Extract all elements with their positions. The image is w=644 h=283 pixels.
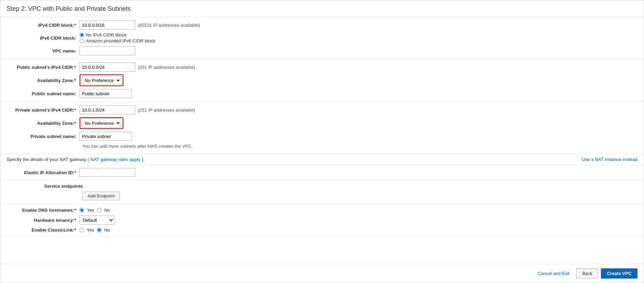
nat-gateway-section: Specify the details of your NAT gateway … [0, 154, 644, 165]
private-subnet-name-row: Private subnet name: [7, 132, 637, 141]
hardware-tenancy-select[interactable]: Default Dedicated [80, 216, 114, 225]
public-az-select[interactable]: No Preference us-east-1a us-east-1b us-e… [82, 76, 121, 85]
public-az-row: Availability Zone:* No Preference us-eas… [7, 74, 637, 86]
public-cidr-field-group: (251 IP addresses available) [80, 63, 195, 72]
nat-instance-link[interactable]: Use a NAT instance instead [582, 157, 637, 162]
dns-yes-radio[interactable] [80, 208, 84, 212]
dns-hostnames-label: Enable DNS hostnames:* [7, 208, 80, 213]
page-container: Step 2: VPC with Public and Private Subn… [0, 0, 644, 283]
ipv6-no-block-radio[interactable] [80, 33, 84, 37]
vpc-name-label: VPC name: [7, 48, 80, 54]
private-az-select[interactable]: No Preference us-east-1a us-east-1b us-e… [82, 119, 121, 128]
nat-text-before: Specify the details of your NAT gateway … [7, 157, 89, 162]
ipv6-amazon-label: Amazon provided IPv6 CIDR block [86, 38, 155, 43]
public-subnet-cidr-label: Public subnet's IPv4 CIDR:* [7, 65, 80, 70]
elastic-ip-input[interactable] [80, 168, 135, 177]
public-az-label: Availability Zone:* [7, 78, 80, 83]
private-subnet-name-label: Private subnet name: [7, 134, 80, 139]
ipv4-cidr-input[interactable]: 10.0.0.0/16 [80, 21, 135, 30]
ipv4-cidr-row: IPv4 CIDR block:* 10.0.0.0/16 (65531 IP … [7, 21, 637, 30]
page-title: Step 2: VPC with Public and Private Subn… [0, 0, 644, 17]
ipv4-cidr-label: IPv4 CIDR block:* [7, 23, 80, 28]
private-subnet-cidr-hint: (251 IP addresses available) [138, 107, 195, 113]
dns-section: Enable DNS hostnames:* Yes No Hardware t… [0, 204, 644, 236]
service-endpoints-section: Service endpoints Add Endpoint [0, 180, 644, 204]
hardware-tenancy-row: Hardware tenancy:* Default Dedicated [7, 216, 637, 225]
elastic-ip-label: Elastic IP Allocation ID:* [7, 170, 80, 175]
nat-text-after: ). [142, 157, 145, 162]
dns-yes-label: Yes [87, 208, 94, 213]
classiclink-yes-radio[interactable] [80, 228, 84, 232]
nat-gateway-link[interactable]: NAT gateway rates apply [90, 157, 140, 162]
ipv6-cidr-row: IPv6 CIDR block: No IPv6 CIDR Block Amaz… [7, 32, 637, 43]
classiclink-no-label: No [104, 227, 110, 233]
public-subnet-name-input[interactable] [80, 89, 132, 98]
ipv6-amazon-row: Amazon provided IPv6 CIDR block [80, 38, 155, 43]
ipv4-cidr-field-group: 10.0.0.0/16 (65531 IP addresses availabl… [80, 21, 200, 30]
footer-bar: Cancel and Exit Back Create VPC [0, 264, 644, 283]
ipv6-amazon-radio[interactable] [80, 39, 84, 43]
classiclink-yes-label: Yes [87, 227, 94, 233]
back-button[interactable]: Back [576, 268, 598, 278]
public-az-wrapper: No Preference us-east-1a us-east-1b us-e… [80, 74, 123, 86]
public-subnet-cidr-input[interactable] [80, 63, 135, 72]
dns-radio-group: Yes No [80, 208, 110, 213]
classiclink-radio-group: Yes No [80, 227, 110, 233]
public-subnet-name-label: Public subnet name: [7, 91, 80, 96]
private-az-label: Availability Zone:* [7, 121, 80, 126]
dns-hostnames-row: Enable DNS hostnames:* Yes No [7, 208, 637, 213]
cancel-button[interactable]: Cancel and Exit [534, 269, 573, 278]
dns-no-radio[interactable] [97, 208, 101, 212]
private-az-wrapper: No Preference us-east-1a us-east-1b us-e… [80, 117, 123, 129]
ipv6-no-block-row: No IPv6 CIDR Block [80, 32, 155, 38]
ipv6-radio-group: No IPv6 CIDR Block Amazon provided IPv6 … [80, 32, 155, 43]
public-subnet-cidr-row: Public subnet's IPv4 CIDR:* (251 IP addr… [7, 63, 637, 72]
vpc-name-row: VPC name: [7, 46, 637, 55]
elastic-ip-section: Elastic IP Allocation ID:* [0, 165, 644, 180]
create-vpc-button[interactable]: Create VPC [601, 268, 637, 278]
add-endpoint-button[interactable]: Add Endpoint [82, 192, 120, 200]
public-subnet-cidr-hint: (251 IP addresses available) [138, 65, 195, 70]
classiclink-row: Enable ClassicLink:* Yes No [7, 227, 637, 233]
classiclink-no-radio[interactable] [97, 228, 101, 232]
private-cidr-field-group: (251 IP addresses available) [80, 105, 195, 114]
ipv4-cidr-hint: (65531 IP addresses available) [138, 23, 200, 28]
private-subnet-cidr-row: Private subnet's IPv4 CIDR:* (251 IP add… [7, 105, 637, 114]
public-subnet-section: Public subnet's IPv4 CIDR:* (251 IP addr… [0, 59, 644, 102]
nat-left: Specify the details of your NAT gateway … [7, 157, 145, 162]
vpc-basics-section: IPv4 CIDR block:* 10.0.0.0/16 (65531 IP … [0, 17, 644, 59]
hardware-tenancy-label: Hardware tenancy:* [7, 218, 80, 223]
private-subnet-cidr-label: Private subnet's IPv4 CIDR:* [7, 107, 80, 113]
private-subnet-section: Private subnet's IPv4 CIDR:* (251 IP add… [0, 102, 644, 154]
ipv6-no-block-label: No IPv6 CIDR Block [86, 32, 126, 38]
ipv6-cidr-label: IPv6 CIDR block: [7, 35, 80, 41]
private-subnet-name-input[interactable] [80, 132, 132, 141]
service-endpoints-title: Service endpoints [7, 184, 637, 189]
classiclink-label: Enable ClassicLink:* [7, 227, 80, 233]
private-subnet-cidr-input[interactable] [80, 105, 135, 114]
subnet-info-text: You can add more subnets after AWS creat… [7, 144, 637, 149]
public-subnet-name-row: Public subnet name: [7, 89, 637, 98]
vpc-name-input[interactable] [80, 46, 135, 55]
private-az-row: Availability Zone:* No Preference us-eas… [7, 117, 637, 129]
dns-no-label: No [104, 208, 110, 213]
form-area: IPv4 CIDR block:* 10.0.0.0/16 (65531 IP … [0, 17, 644, 264]
